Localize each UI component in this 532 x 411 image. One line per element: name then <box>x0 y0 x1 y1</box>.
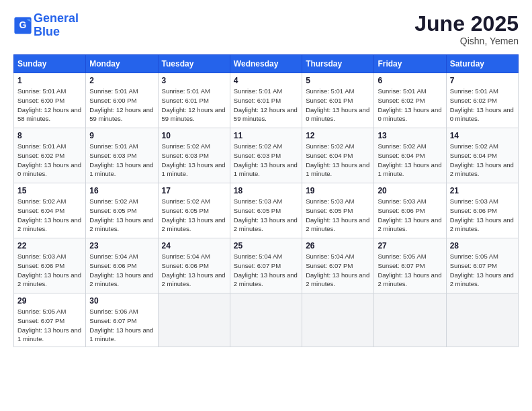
col-tuesday: Tuesday <box>158 55 230 73</box>
day-number: 25 <box>234 241 298 250</box>
day-number: 4 <box>234 76 298 85</box>
day-cell-1: 1 Sunrise: 5:01 AM Sunset: 6:00 PM Dayli… <box>14 73 86 128</box>
day-number: 28 <box>450 241 515 250</box>
day-number: 16 <box>89 186 154 195</box>
day-detail: Sunrise: 5:01 AM Sunset: 6:01 PM Dayligh… <box>306 87 370 124</box>
col-wednesday: Wednesday <box>230 55 302 73</box>
calendar-week-row: 22 Sunrise: 5:03 AM Sunset: 6:06 PM Dayl… <box>14 238 519 293</box>
empty-cell <box>446 293 518 347</box>
day-detail: Sunrise: 5:05 AM Sunset: 6:07 PM Dayligh… <box>17 307 82 344</box>
day-cell-4: 4 Sunrise: 5:01 AM Sunset: 6:01 PM Dayli… <box>230 73 302 128</box>
calendar-week-row: 29 Sunrise: 5:05 AM Sunset: 6:07 PM Dayl… <box>14 293 519 347</box>
day-number: 27 <box>378 241 442 250</box>
day-number: 19 <box>306 186 370 195</box>
calendar-week-row: 15 Sunrise: 5:02 AM Sunset: 6:04 PM Dayl… <box>14 183 519 238</box>
day-detail: Sunrise: 5:02 AM Sunset: 6:05 PM Dayligh… <box>162 197 226 234</box>
day-detail: Sunrise: 5:01 AM Sunset: 6:01 PM Dayligh… <box>234 87 298 124</box>
day-detail: Sunrise: 5:04 AM Sunset: 6:06 PM Dayligh… <box>162 252 226 289</box>
page-header: G General Blue June 2025 Qishn, Yemen <box>13 12 519 46</box>
day-cell-5: 5 Sunrise: 5:01 AM Sunset: 6:01 PM Dayli… <box>302 73 374 128</box>
day-cell-2: 2 Sunrise: 5:01 AM Sunset: 6:00 PM Dayli… <box>86 73 158 128</box>
day-number: 20 <box>378 186 442 195</box>
day-number: 26 <box>306 241 370 250</box>
day-detail: Sunrise: 5:03 AM Sunset: 6:06 PM Dayligh… <box>17 252 82 289</box>
day-detail: Sunrise: 5:03 AM Sunset: 6:06 PM Dayligh… <box>378 197 442 234</box>
day-cell-17: 17 Sunrise: 5:02 AM Sunset: 6:05 PM Dayl… <box>158 183 230 238</box>
day-detail: Sunrise: 5:01 AM Sunset: 6:02 PM Dayligh… <box>378 87 442 124</box>
day-number: 30 <box>89 296 154 306</box>
month-title: June 2025 <box>414 12 519 36</box>
empty-cell <box>374 293 446 347</box>
day-cell-21: 21 Sunrise: 5:03 AM Sunset: 6:06 PM Dayl… <box>446 183 518 238</box>
day-cell-3: 3 Sunrise: 5:01 AM Sunset: 6:01 PM Dayli… <box>158 73 230 128</box>
day-cell-14: 14 Sunrise: 5:02 AM Sunset: 6:04 PM Dayl… <box>446 128 518 183</box>
day-cell-25: 25 Sunrise: 5:04 AM Sunset: 6:07 PM Dayl… <box>230 238 302 293</box>
day-number: 6 <box>378 76 442 85</box>
day-number: 17 <box>162 186 226 195</box>
day-number: 29 <box>17 296 82 306</box>
day-detail: Sunrise: 5:02 AM Sunset: 6:04 PM Dayligh… <box>306 142 370 179</box>
calendar-page: G General Blue June 2025 Qishn, Yemen Su… <box>0 0 532 411</box>
empty-cell <box>230 293 302 347</box>
day-detail: Sunrise: 5:04 AM Sunset: 6:07 PM Dayligh… <box>306 252 370 289</box>
day-number: 24 <box>162 241 226 250</box>
day-cell-18: 18 Sunrise: 5:03 AM Sunset: 6:05 PM Dayl… <box>230 183 302 238</box>
day-detail: Sunrise: 5:02 AM Sunset: 6:03 PM Dayligh… <box>162 142 226 179</box>
calendar-table: Sunday Monday Tuesday Wednesday Thursday… <box>13 54 519 347</box>
day-cell-8: 8 Sunrise: 5:01 AM Sunset: 6:02 PM Dayli… <box>14 128 86 183</box>
day-number: 9 <box>89 131 154 140</box>
day-number: 10 <box>162 131 226 140</box>
day-detail: Sunrise: 5:02 AM Sunset: 6:05 PM Dayligh… <box>89 197 154 234</box>
day-cell-22: 22 Sunrise: 5:03 AM Sunset: 6:06 PM Dayl… <box>14 238 86 293</box>
day-detail: Sunrise: 5:02 AM Sunset: 6:03 PM Dayligh… <box>234 142 298 179</box>
day-cell-30: 30 Sunrise: 5:06 AM Sunset: 6:07 PM Dayl… <box>86 293 158 347</box>
day-cell-29: 29 Sunrise: 5:05 AM Sunset: 6:07 PM Dayl… <box>14 293 86 347</box>
day-detail: Sunrise: 5:06 AM Sunset: 6:07 PM Dayligh… <box>89 307 154 344</box>
day-detail: Sunrise: 5:01 AM Sunset: 6:03 PM Dayligh… <box>89 142 154 179</box>
day-number: 15 <box>17 186 82 195</box>
day-cell-6: 6 Sunrise: 5:01 AM Sunset: 6:02 PM Dayli… <box>374 73 446 128</box>
day-detail: Sunrise: 5:04 AM Sunset: 6:07 PM Dayligh… <box>234 252 298 289</box>
title-block: June 2025 Qishn, Yemen <box>414 12 519 46</box>
day-detail: Sunrise: 5:01 AM Sunset: 6:00 PM Dayligh… <box>89 87 154 124</box>
day-cell-15: 15 Sunrise: 5:02 AM Sunset: 6:04 PM Dayl… <box>14 183 86 238</box>
day-detail: Sunrise: 5:02 AM Sunset: 6:04 PM Dayligh… <box>17 197 82 234</box>
col-thursday: Thursday <box>302 55 374 73</box>
location-subtitle: Qishn, Yemen <box>414 36 519 46</box>
day-detail: Sunrise: 5:05 AM Sunset: 6:07 PM Dayligh… <box>450 252 515 289</box>
day-cell-11: 11 Sunrise: 5:02 AM Sunset: 6:03 PM Dayl… <box>230 128 302 183</box>
day-detail: Sunrise: 5:01 AM Sunset: 6:02 PM Dayligh… <box>450 87 515 124</box>
day-cell-19: 19 Sunrise: 5:03 AM Sunset: 6:05 PM Dayl… <box>302 183 374 238</box>
svg-text:G: G <box>19 19 27 30</box>
empty-cell <box>302 293 374 347</box>
day-detail: Sunrise: 5:03 AM Sunset: 6:05 PM Dayligh… <box>306 197 370 234</box>
empty-cell <box>158 293 230 347</box>
calendar-week-row: 8 Sunrise: 5:01 AM Sunset: 6:02 PM Dayli… <box>14 128 519 183</box>
day-number: 23 <box>89 241 154 250</box>
day-cell-28: 28 Sunrise: 5:05 AM Sunset: 6:07 PM Dayl… <box>446 238 518 293</box>
col-saturday: Saturday <box>446 55 518 73</box>
day-cell-27: 27 Sunrise: 5:05 AM Sunset: 6:07 PM Dayl… <box>374 238 446 293</box>
day-detail: Sunrise: 5:01 AM Sunset: 6:02 PM Dayligh… <box>17 142 82 179</box>
day-number: 14 <box>450 131 515 140</box>
day-cell-26: 26 Sunrise: 5:04 AM Sunset: 6:07 PM Dayl… <box>302 238 374 293</box>
day-detail: Sunrise: 5:05 AM Sunset: 6:07 PM Dayligh… <box>378 252 442 289</box>
day-detail: Sunrise: 5:04 AM Sunset: 6:06 PM Dayligh… <box>89 252 154 289</box>
day-number: 2 <box>89 76 154 85</box>
logo-text: General Blue <box>34 12 79 39</box>
day-number: 22 <box>17 241 82 250</box>
calendar-week-row: 1 Sunrise: 5:01 AM Sunset: 6:00 PM Dayli… <box>14 73 519 128</box>
day-detail: Sunrise: 5:01 AM Sunset: 6:00 PM Dayligh… <box>17 87 82 124</box>
day-cell-24: 24 Sunrise: 5:04 AM Sunset: 6:06 PM Dayl… <box>158 238 230 293</box>
day-number: 7 <box>450 76 515 85</box>
day-number: 8 <box>17 131 82 140</box>
day-number: 18 <box>234 186 298 195</box>
col-monday: Monday <box>86 55 158 73</box>
day-cell-12: 12 Sunrise: 5:02 AM Sunset: 6:04 PM Dayl… <box>302 128 374 183</box>
day-detail: Sunrise: 5:02 AM Sunset: 6:04 PM Dayligh… <box>450 142 515 179</box>
day-cell-16: 16 Sunrise: 5:02 AM Sunset: 6:05 PM Dayl… <box>86 183 158 238</box>
day-number: 11 <box>234 131 298 140</box>
day-number: 5 <box>306 76 370 85</box>
col-friday: Friday <box>374 55 446 73</box>
day-cell-23: 23 Sunrise: 5:04 AM Sunset: 6:06 PM Dayl… <box>86 238 158 293</box>
